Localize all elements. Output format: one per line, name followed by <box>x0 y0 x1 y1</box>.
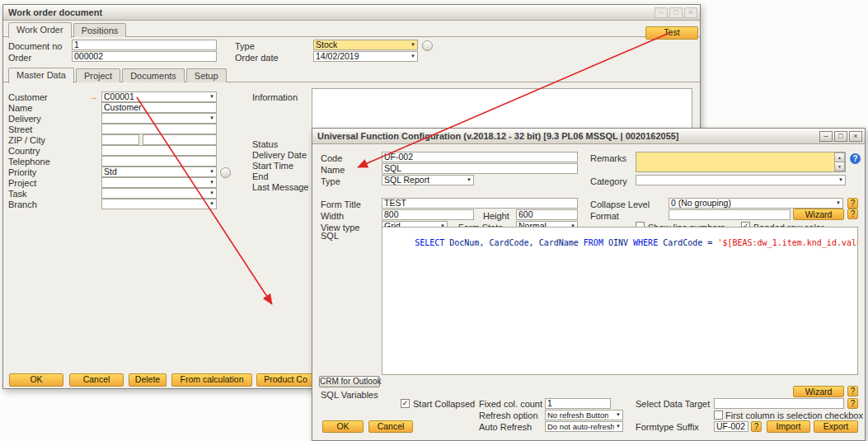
country-field[interactable] <box>101 145 217 156</box>
order-date-select[interactable]: 14/02/2019 ▼ <box>313 51 418 62</box>
sql-variables-help-button[interactable]: ? <box>847 386 858 396</box>
format-field[interactable] <box>669 209 791 220</box>
chevron-down-icon[interactable]: ▼ <box>834 199 841 208</box>
window-controls: – □ × <box>819 131 862 142</box>
refresh-icon[interactable] <box>422 40 433 51</box>
minimize-icon[interactable]: – <box>655 7 668 18</box>
select-data-target-label: Select Data Target <box>636 399 710 409</box>
category-select[interactable]: ▼ <box>636 175 846 185</box>
city-field[interactable] <box>143 134 217 145</box>
select-data-target-help-button[interactable]: ? <box>847 398 858 409</box>
sql-token: DocNum, CardCode, CardName <box>444 238 584 247</box>
minimize-icon[interactable]: – <box>819 131 833 142</box>
chevron-down-icon[interactable]: ▼ <box>208 167 214 176</box>
window-title: Universal Function Configuration (v.2018… <box>315 131 819 141</box>
select-data-target-field[interactable] <box>714 398 844 409</box>
start-collapsed-label: Start Collapsed <box>413 399 475 409</box>
chevron-down-icon[interactable]: ▼ <box>409 40 415 49</box>
task-select[interactable]: ▼ <box>101 188 217 199</box>
spin-down-icon[interactable]: ▼ <box>834 162 845 171</box>
chevron-down-icon[interactable]: ▼ <box>614 411 621 420</box>
country-label: Country <box>8 146 40 156</box>
tab-master-data[interactable]: Master Data <box>8 68 74 83</box>
export-button[interactable]: Export <box>814 420 858 433</box>
chevron-down-icon[interactable]: ▼ <box>465 176 472 185</box>
refresh-icon[interactable] <box>220 167 231 178</box>
name-field[interactable]: Customer <box>101 102 217 113</box>
collapse-help-button[interactable]: ? <box>847 198 858 209</box>
code-label: Code <box>321 153 342 163</box>
street-field[interactable] <box>101 124 217 134</box>
document-no-field[interactable]: 1 <box>72 40 217 50</box>
cancel-button[interactable]: Cancel <box>69 373 124 387</box>
tab-setup[interactable]: Setup <box>186 68 227 82</box>
ok-button[interactable]: OK <box>322 420 364 433</box>
start-collapsed-checkbox[interactable]: ✓ <box>401 399 410 408</box>
formtype-help-button[interactable]: ? <box>751 421 762 432</box>
order-no-field[interactable]: 000002 <box>72 51 217 62</box>
uf-config-titlebar[interactable]: Universal Function Configuration (v.2018… <box>312 129 865 144</box>
import-button[interactable]: Import <box>767 420 810 433</box>
cancel-button[interactable]: Cancel <box>368 420 413 433</box>
name-field[interactable]: SQL <box>382 163 578 174</box>
delivery-select[interactable]: ▼ <box>101 113 217 124</box>
product-configurator-button[interactable]: Product Co <box>256 373 315 387</box>
chevron-down-icon[interactable]: ▼ <box>208 178 214 187</box>
delete-button[interactable]: Delete <box>129 373 167 387</box>
type-value: SQL Report <box>384 176 429 185</box>
remarks-field[interactable] <box>636 152 846 172</box>
form-title-field[interactable]: TEST <box>382 198 578 209</box>
tab-documents[interactable]: Documents <box>122 68 185 82</box>
first-column-selection-checkbox[interactable] <box>714 411 723 420</box>
type-label: Type <box>235 41 255 51</box>
priority-label: Priority <box>8 167 36 177</box>
branch-select[interactable]: ▼ <box>101 199 217 209</box>
width-field[interactable]: 800 <box>382 209 474 220</box>
from-calculation-button[interactable]: From calculation <box>171 373 252 387</box>
maximize-icon[interactable]: □ <box>834 131 847 142</box>
chevron-down-icon[interactable]: ▼ <box>208 114 214 123</box>
test-button[interactable]: Test <box>645 26 698 40</box>
auto-refresh-select[interactable]: Do not auto-refresh ▼ <box>545 421 623 432</box>
sql-label: SQL <box>321 231 339 241</box>
ok-button[interactable]: OK <box>9 373 63 387</box>
customer-select[interactable]: C00001 ▼ <box>101 91 217 102</box>
fixed-col-count-field[interactable]: 1 <box>545 398 611 409</box>
tab-project[interactable]: Project <box>76 68 120 82</box>
chevron-down-icon[interactable]: ▼ <box>208 189 214 198</box>
height-field[interactable]: 600 <box>516 209 578 220</box>
formtype-suffix-field[interactable]: UF-002 <box>714 421 748 432</box>
close-icon[interactable]: × <box>849 131 862 142</box>
code-field[interactable]: UF-002 <box>382 152 578 162</box>
project-select[interactable]: ▼ <box>101 177 217 188</box>
window-title: Work order document <box>6 7 655 17</box>
close-icon[interactable]: × <box>684 7 697 18</box>
formtype-suffix-label: Formtype Suffix <box>636 422 699 432</box>
sql-variables-wizard-button[interactable]: Wizard <box>793 386 844 397</box>
telephone-field[interactable] <box>101 156 217 167</box>
tab-positions[interactable]: Positions <box>73 23 127 37</box>
link-arrow-icon[interactable]: → <box>89 92 98 101</box>
chevron-down-icon[interactable]: ▼ <box>614 422 621 431</box>
priority-select[interactable]: Std ▼ <box>101 167 217 177</box>
refresh-option-value: No refresh Button <box>547 411 608 420</box>
collapse-level-select[interactable]: 0 (No grouping) ▼ <box>669 198 843 209</box>
type-value: Stock <box>316 40 337 49</box>
maximize-icon[interactable]: □ <box>669 7 683 18</box>
chevron-down-icon[interactable]: ▼ <box>208 199 214 209</box>
chevron-down-icon[interactable]: ▼ <box>837 176 843 185</box>
chevron-down-icon[interactable]: ▼ <box>409 52 415 61</box>
sql-editor[interactable]: SELECT DocNum, CardCode, CardName FROM O… <box>382 227 858 375</box>
format-wizard-button[interactable]: Wizard <box>793 209 844 220</box>
type-select[interactable]: Stock ▼ <box>313 40 418 50</box>
type-select[interactable]: SQL Report ▼ <box>382 175 474 185</box>
tab-work-order[interactable]: Work Order <box>8 22 72 38</box>
work-order-titlebar[interactable]: Work order document – □ × <box>3 5 700 21</box>
zip-field[interactable] <box>101 134 139 145</box>
refresh-option-select[interactable]: No refresh Button ▼ <box>545 410 623 420</box>
chevron-down-icon[interactable]: ▼ <box>208 92 214 101</box>
refresh-option-label: Refresh option <box>479 411 538 420</box>
crm-for-outlook-button[interactable]: CRM for Outlook <box>319 376 380 387</box>
help-icon[interactable]: ? <box>850 153 861 164</box>
format-help-button[interactable]: ? <box>847 209 858 219</box>
